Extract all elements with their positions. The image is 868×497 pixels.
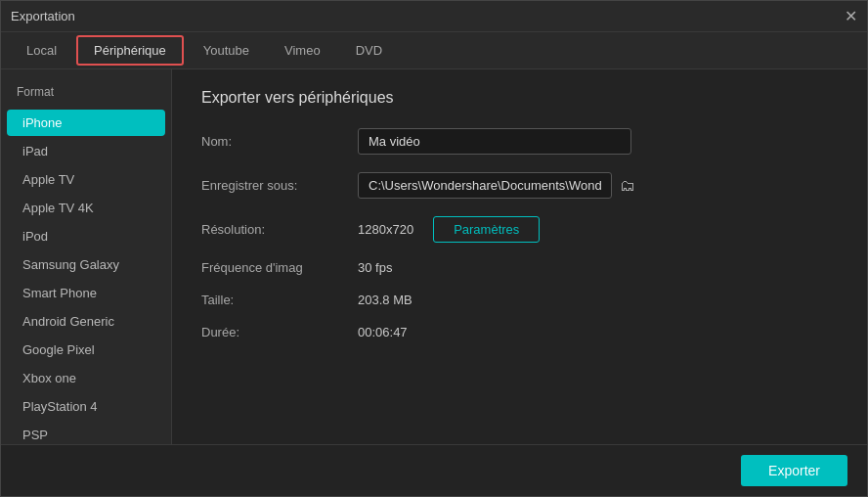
name-label: Nom:: [201, 134, 358, 149]
tab-bar: Local Périphérique Youtube Vimeo DVD: [1, 32, 867, 69]
fps-label: Fréquence d'imag: [201, 260, 358, 275]
sidebar-item-iphone[interactable]: iPhone: [7, 110, 165, 136]
tab-local[interactable]: Local: [11, 37, 72, 64]
main-panel: Exporter vers périphériques Nom: Enregis…: [172, 69, 867, 444]
resolution-value-row: 1280x720 Paramètres: [358, 216, 540, 243]
title-bar: Exportation ✕: [1, 1, 867, 32]
window-title: Exportation: [11, 9, 75, 23]
tab-peripherique[interactable]: Périphérique: [76, 35, 184, 66]
resolution-value: 1280x720: [358, 222, 413, 237]
sidebar-item-appletv[interactable]: Apple TV: [7, 166, 165, 193]
path-input[interactable]: [358, 172, 612, 199]
export-window: Exportation ✕ Local Périphérique Youtube…: [0, 0, 868, 497]
fps-value: 30 fps: [358, 260, 392, 275]
params-button[interactable]: Paramètres: [433, 216, 540, 243]
size-label: Taille:: [201, 293, 358, 307]
name-row: Nom:: [201, 128, 838, 155]
tab-vimeo[interactable]: Vimeo: [269, 37, 336, 64]
sidebar-item-appletv4k[interactable]: Apple TV 4K: [7, 195, 165, 221]
sidebar-item-xboxone[interactable]: Xbox one: [7, 365, 165, 391]
size-value: 203.8 MB: [358, 293, 412, 307]
sidebar-item-ipod[interactable]: iPod: [7, 223, 165, 249]
sidebar-item-android[interactable]: Android Generic: [7, 308, 165, 335]
panel-title: Exporter vers périphériques: [201, 89, 838, 107]
sidebar-section-label: Format: [1, 81, 171, 109]
resolution-row: Résolution: 1280x720 Paramètres: [201, 216, 838, 243]
sidebar: Format iPhone iPad Apple TV Apple TV 4K …: [1, 69, 172, 444]
duration-value: 00:06:47: [358, 325, 408, 339]
sidebar-item-ipad[interactable]: iPad: [7, 138, 165, 164]
tab-youtube[interactable]: Youtube: [188, 37, 265, 64]
sidebar-item-samsung[interactable]: Samsung Galaxy: [7, 251, 165, 278]
content-area: Format iPhone iPad Apple TV Apple TV 4K …: [1, 69, 867, 444]
fps-row: Fréquence d'imag 30 fps: [201, 260, 838, 275]
duration-row: Durée: 00:06:47: [201, 325, 838, 339]
sidebar-item-smartphone[interactable]: Smart Phone: [7, 280, 165, 306]
sidebar-item-psp[interactable]: PSP: [7, 422, 165, 444]
close-button[interactable]: ✕: [845, 9, 857, 24]
footer: Exporter: [1, 444, 867, 496]
duration-label: Durée:: [201, 325, 358, 339]
save-label: Enregistrer sous:: [201, 178, 358, 193]
export-button[interactable]: Exporter: [741, 455, 847, 486]
path-row: 🗂: [358, 172, 635, 199]
folder-icon[interactable]: 🗂: [620, 177, 635, 195]
name-input[interactable]: [358, 128, 631, 155]
save-row: Enregistrer sous: 🗂: [201, 172, 838, 199]
sidebar-item-ps4[interactable]: PlayStation 4: [7, 393, 165, 420]
size-row: Taille: 203.8 MB: [201, 293, 838, 307]
resolution-label: Résolution:: [201, 222, 358, 237]
tab-dvd[interactable]: DVD: [340, 37, 398, 64]
sidebar-item-googlepixel[interactable]: Google Pixel: [7, 337, 165, 363]
